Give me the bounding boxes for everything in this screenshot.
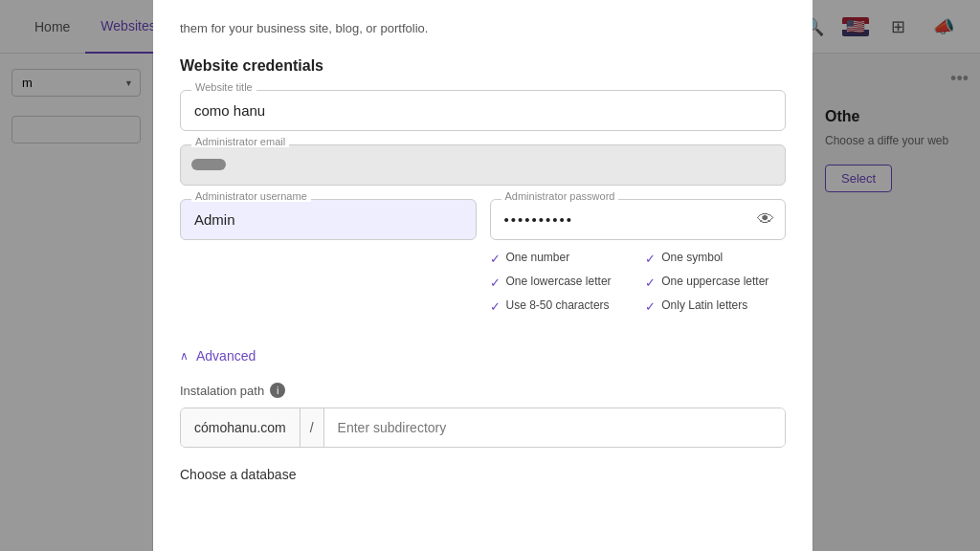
advanced-label: Advanced — [196, 348, 256, 364]
admin-email-input[interactable] — [180, 144, 786, 186]
password-wrapper: 👁 — [490, 199, 787, 240]
credentials-row: Administrator username Administrator pas… — [180, 199, 786, 336]
req-length: ✓ Use 8-50 characters — [490, 298, 631, 316]
admin-email-field: Administrator email — [180, 144, 786, 186]
req-check-icon: ✓ — [645, 275, 656, 292]
subdirectory-input[interactable] — [324, 408, 785, 447]
admin-email-label: Administrator email — [191, 136, 289, 147]
chevron-up-icon: ∧ — [180, 349, 189, 363]
install-slash: / — [301, 408, 324, 447]
req-latin: ✓ Only Latin letters — [645, 298, 786, 316]
admin-username-field: Administrator username — [180, 199, 477, 336]
req-one-symbol: ✓ One symbol — [645, 250, 786, 268]
install-domain: cómohanu.com — [181, 408, 301, 447]
info-icon[interactable]: i — [270, 383, 285, 398]
admin-password-input[interactable] — [490, 199, 787, 240]
choose-database-label: Choose a database — [180, 467, 786, 482]
req-check-icon: ✓ — [490, 298, 501, 316]
req-one-number: ✓ One number — [490, 250, 631, 268]
req-check-icon: ✓ — [490, 251, 501, 268]
modal-dialog: them for your business site, blog, or po… — [153, 0, 813, 551]
website-title-label: Website title — [191, 81, 256, 93]
password-toggle-icon[interactable]: 👁 — [757, 209, 774, 230]
website-title-input[interactable] — [180, 90, 786, 131]
admin-password-label: Administrator password — [501, 190, 619, 202]
req-check-icon: ✓ — [645, 251, 656, 268]
admin-username-label: Administrator username — [191, 190, 311, 202]
section-title: Website credentials — [180, 57, 786, 75]
password-requirements: ✓ One number ✓ One symbol ✓ One lowercas… — [490, 250, 787, 317]
admin-username-input[interactable] — [180, 199, 477, 240]
admin-password-field: Administrator password 👁 ✓ One number ✓ … — [490, 199, 787, 336]
advanced-toggle[interactable]: ∧ Advanced — [180, 348, 786, 364]
req-one-uppercase: ✓ One uppercase letter — [645, 274, 786, 292]
password-form-field: Administrator password 👁 — [490, 199, 787, 240]
modal-intro: them for your business site, blog, or po… — [180, 19, 786, 38]
installation-path-label: Instalation path i — [180, 383, 786, 398]
req-check-icon: ✓ — [490, 275, 501, 292]
website-title-field: Website title — [180, 90, 786, 131]
installation-path-row: cómohanu.com / — [180, 408, 786, 448]
req-one-lowercase: ✓ One lowercase letter — [490, 274, 631, 292]
req-check-icon: ✓ — [645, 298, 656, 316]
